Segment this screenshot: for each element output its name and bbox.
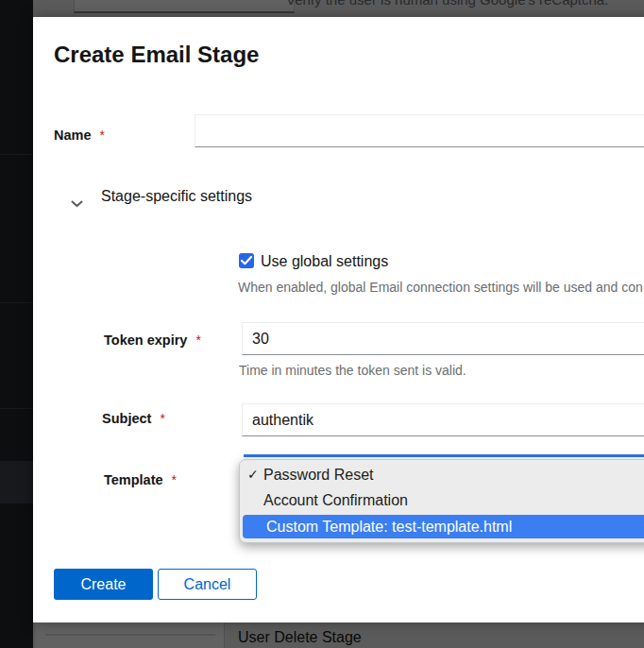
token-expiry-help: Time in minutes the token sent is valid. <box>239 363 466 378</box>
name-input[interactable] <box>195 114 644 147</box>
token-expiry-label: Token expiry* <box>104 333 201 348</box>
name-label: Name* <box>54 128 105 143</box>
checkmark-icon: ✓ <box>247 462 259 487</box>
template-dropdown-menu: ✓ Password Reset Account Confirmation Cu… <box>239 459 644 543</box>
token-expiry-input[interactable] <box>242 322 644 355</box>
expander-label: Stage-specific settings <box>101 188 252 205</box>
screen: Verify the user is human using Google's … <box>0 0 644 648</box>
subject-input[interactable] <box>242 403 644 436</box>
required-asterisk: * <box>172 472 177 487</box>
use-global-settings-label: Use global settings <box>261 253 388 270</box>
use-global-settings-checkbox[interactable] <box>239 253 254 268</box>
subject-label: Subject* <box>102 411 165 426</box>
cancel-button[interactable]: Cancel <box>158 569 257 600</box>
template-label: Template* <box>104 472 177 487</box>
use-global-settings-help: When enabled, global Email connection se… <box>238 280 643 295</box>
chevron-down-icon <box>71 195 83 212</box>
template-select-focus-edge <box>244 454 644 457</box>
required-asterisk: * <box>195 333 200 348</box>
required-asterisk: * <box>160 411 164 426</box>
required-asterisk: * <box>100 128 105 143</box>
dropdown-option-custom-template[interactable]: Custom Template: test-template.html <box>243 515 644 538</box>
dropdown-option-account-confirmation[interactable]: Account Confirmation <box>240 487 644 513</box>
dropdown-option-password-reset[interactable]: ✓ Password Reset <box>240 462 644 487</box>
create-button[interactable]: Create <box>54 569 153 600</box>
page-title: Create Email Stage <box>54 42 259 68</box>
check-icon <box>241 256 252 265</box>
